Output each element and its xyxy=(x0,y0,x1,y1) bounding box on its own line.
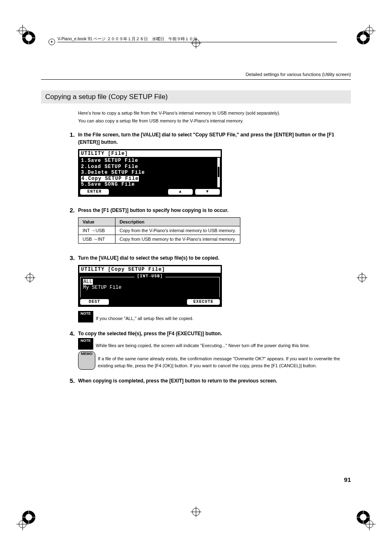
lcd-line-highlighted: ALL xyxy=(83,279,217,285)
page-number: 91 xyxy=(344,476,351,483)
binding-text: V-Piano_e.book 91 ページ ２００９年１月２８日 水曜日 午前９… xyxy=(58,36,197,42)
intro-block: Here's how to copy a setup file from the… xyxy=(78,109,351,124)
intro-line-2: You can also copy a setup file from USB … xyxy=(78,117,351,125)
memo-text: If a file of the same name already exist… xyxy=(98,351,351,370)
step-number: 3. xyxy=(67,254,78,327)
registration-edge-right xyxy=(357,272,367,283)
lcd-footer: DEST EXECUTE xyxy=(79,299,221,306)
lcd-screen-2: UTILITY [Copy SETUP File] [INT→USB] ALL … xyxy=(78,265,222,307)
step-number: 1. xyxy=(67,131,78,203)
step-number: 2. xyxy=(67,207,78,251)
binding-icon: ✦ xyxy=(48,39,55,45)
step-text: Press the [F1 (DEST)] button to specify … xyxy=(78,207,351,214)
header-rule xyxy=(41,79,351,80)
lcd-line: 5.Save SONG File xyxy=(81,182,219,187)
step-text: Turn the [VALUE] dial to select the setu… xyxy=(78,254,351,262)
step-2: 2. Press the [F1 (DEST)] button to speci… xyxy=(41,207,351,251)
step-text: In the File screen, turn the [VALUE] dia… xyxy=(78,131,351,146)
table-cell: Copy from the V-Piano's internal memory … xyxy=(115,226,240,235)
page-content: Detailed settings for various functions … xyxy=(41,51,351,504)
lcd-line-highlighted: 4.Copy SETUP File xyxy=(81,176,219,182)
step-1: 1. In the File screen, turn the [VALUE] … xyxy=(41,131,351,203)
note-text: While files are being copied, the screen… xyxy=(96,338,310,350)
lcd-scrollbar xyxy=(217,158,220,187)
crop-mark-tl xyxy=(16,25,29,37)
step-text: When copying is completed, press the [EX… xyxy=(78,377,351,385)
crop-mark-br xyxy=(363,518,376,530)
table-header-row: Value Description xyxy=(78,218,240,226)
lcd-title: UTILITY [Copy SETUP File] xyxy=(79,266,221,273)
lcd-footer: ENTER ▲ ▼ xyxy=(79,189,221,196)
binding-info: ✦ V-Piano_e.book 91 ページ ２００９年１月２８日 水曜日 午… xyxy=(48,39,337,45)
memo-badge: MEMO xyxy=(78,351,95,370)
step-3: 3. Turn the [VALUE] dial to select the s… xyxy=(41,254,351,327)
table-cell: USB →INT xyxy=(78,235,115,244)
lcd-frame: [INT→USB] ALL My SETUP File xyxy=(80,277,220,297)
lcd-subtitle: [INT→USB] xyxy=(134,274,165,279)
table-row: INT →USB Copy from the V-Piano's interna… xyxy=(78,226,240,235)
lcd-line: 1.Save SETUP File xyxy=(81,158,219,164)
value-description-table: Value Description INT →USB Copy from the… xyxy=(78,217,240,244)
lcd-button-down: ▼ xyxy=(195,189,220,195)
step-number: 4. xyxy=(67,330,78,374)
table-header: Description xyxy=(115,218,240,226)
table-header: Value xyxy=(78,218,115,226)
lcd-title: UTILITY [File] xyxy=(79,150,221,157)
step-number: 5. xyxy=(67,377,78,388)
lcd-screen-1: UTILITY [File] 1.Save SETUP File 2.Load … xyxy=(78,149,222,197)
note-badge: NOTE xyxy=(78,311,93,322)
intro-line-1: Here's how to copy a setup file from the… xyxy=(78,109,351,117)
crop-mark-tr xyxy=(363,25,376,37)
note-row: NOTE While files are being copied, the s… xyxy=(78,338,351,350)
note-badge: NOTE xyxy=(78,338,93,350)
lcd-line: 2.Load SETUP File xyxy=(81,164,219,170)
memo-row: MEMO If a file of the same name already … xyxy=(78,351,351,370)
lcd-button-up: ▲ xyxy=(168,189,193,195)
table-cell: Copy from USB memory to the V-Piano's in… xyxy=(115,235,240,244)
lcd-button-execute: EXECUTE xyxy=(187,299,220,305)
running-header: Detailed settings for various functions … xyxy=(41,51,351,77)
table-cell: INT →USB xyxy=(78,226,115,235)
table-row: USB →INT Copy from USB memory to the V-P… xyxy=(78,235,240,244)
step-5: 5. When copying is completed, press the … xyxy=(41,377,351,388)
lcd-button-dest: DEST xyxy=(80,299,109,305)
lcd-line: 3.Delete SETUP File xyxy=(81,170,219,175)
registration-edge-bottom xyxy=(191,507,201,517)
step-4: 4. To copy the selected file(s), press t… xyxy=(41,330,351,374)
lcd-button-enter: ENTER xyxy=(80,189,109,195)
section-title: Copying a setup file (Copy SETUP File) xyxy=(41,90,351,104)
step-text: To copy the selected file(s), press the … xyxy=(78,330,351,337)
note-row: NOTE If you choose "ALL," all setup file… xyxy=(78,311,351,322)
registration-edge-left xyxy=(25,272,35,283)
crop-mark-bl xyxy=(16,518,29,530)
binding-line: V-Piano_e.book 91 ページ ２００９年１月２８日 水曜日 午前９… xyxy=(58,42,337,42)
lcd-line: My SETUP File xyxy=(83,285,217,290)
note-text: If you choose "ALL," all setup files wil… xyxy=(96,311,194,322)
